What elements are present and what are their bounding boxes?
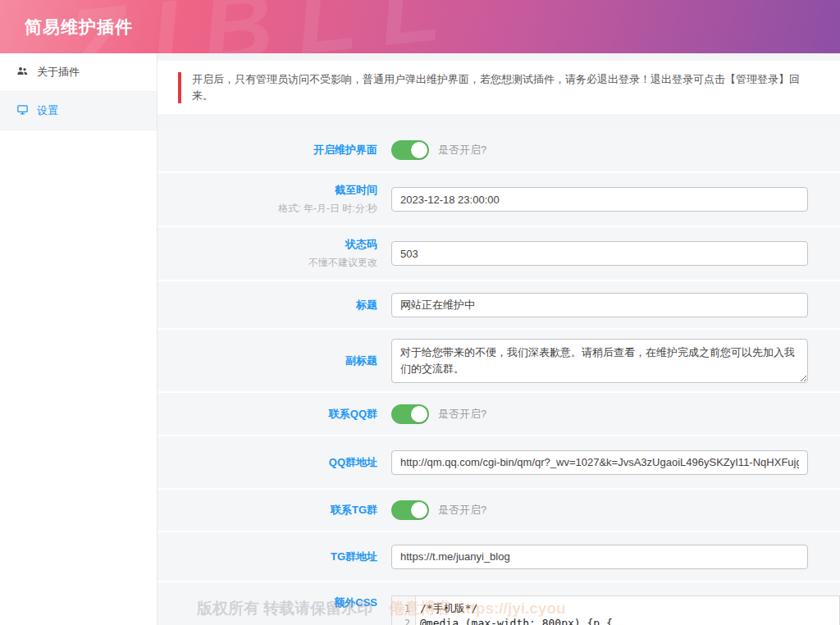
tg-group-toggle[interactable]	[391, 500, 429, 520]
field-label: 状态码	[158, 237, 377, 252]
field-label: 副标题	[158, 354, 377, 368]
field-label: TG群地址	[158, 550, 377, 564]
form-row-title: 标题	[158, 281, 840, 330]
field-sublabel: 不懂不建议更改	[158, 256, 377, 270]
toggle-hint: 是否开启?	[438, 143, 486, 157]
title-input[interactable]	[391, 293, 808, 317]
form-row-enable-maintenance: 开启维护界面 是否开启?	[158, 129, 840, 173]
app-header: ZIBLL 简易维护插件	[0, 0, 840, 53]
form-row-subtitle: 副标题 对于给您带来的不便，我们深表歉意。请稍后查看，在维护完成之前您可以先加入…	[158, 330, 840, 393]
page-title: 简易维护插件	[25, 16, 133, 39]
field-label: QQ群地址	[158, 455, 377, 470]
field-label: 标题	[158, 298, 377, 312]
form-row-tg-toggle: 联系TG群 是否开启?	[158, 490, 840, 532]
field-label: 开启维护界面	[158, 143, 377, 157]
desktop-icon	[16, 103, 29, 118]
code-line: /*手机版*/	[420, 601, 839, 616]
notice-text: 开启后，只有管理员访问不受影响，普通用户弹出维护界面，若您想测试插件，请务必退出…	[192, 71, 819, 103]
notice-accent-bar	[178, 72, 181, 103]
toggle-hint: 是否开启?	[438, 407, 486, 422]
toggle-hint: 是否开启?	[438, 503, 486, 518]
sidebar-item-label: 设置	[37, 103, 58, 118]
sidebar-item-about[interactable]: 关于插件	[0, 53, 157, 92]
field-sublabel: 格式: 年-月-日 时:分:秒	[158, 202, 377, 216]
form-row-qq-toggle: 联系QQ群 是否开启?	[158, 393, 840, 436]
editor-code-area[interactable]: /*手机版*/ @media (max-width: 800px) {p { m…	[416, 596, 839, 625]
users-icon	[16, 65, 29, 80]
subtitle-textarea[interactable]: 对于给您带来的不便，我们深表歉意。请稍后查看，在维护完成之前您可以先加入我们的交…	[391, 339, 808, 383]
form-row-tg-url: TG群地址	[158, 532, 840, 582]
field-label: 额外CSS	[158, 595, 377, 610]
sidebar-item-label: 关于插件	[37, 65, 80, 80]
status-code-input[interactable]	[391, 241, 808, 266]
field-label: 联系TG群	[158, 503, 377, 518]
qq-group-toggle[interactable]	[391, 404, 429, 424]
code-line: @media (max-width: 800px) {p {	[420, 616, 839, 625]
form-row-status-code: 状态码 不懂不建议更改	[158, 227, 840, 281]
tg-url-input[interactable]	[391, 545, 808, 569]
deadline-input[interactable]	[391, 187, 808, 212]
field-label: 联系QQ群	[158, 407, 377, 422]
editor-line-numbers: 1 2 3	[392, 596, 416, 625]
field-label: 截至时间	[158, 183, 377, 198]
sidebar-item-settings[interactable]: 设置	[0, 92, 157, 130]
form-row-qq-url: QQ群地址	[158, 436, 840, 490]
qq-url-input[interactable]	[391, 450, 808, 475]
notice: 开启后，只有管理员访问不受影响，普通用户弹出维护界面，若您想测试插件，请务必退出…	[158, 61, 840, 114]
css-code-editor[interactable]: 1 2 3 /*手机版*/ @media (max-width: 800px) …	[391, 595, 840, 625]
sidebar: 关于插件 设置	[0, 53, 158, 625]
notice-section: 开启后，只有管理员访问不受影响，普通用户弹出维护界面，若您想测试插件，请务必退出…	[158, 53, 840, 129]
maintenance-toggle[interactable]	[391, 140, 429, 160]
settings-panel: 开启后，只有管理员访问不受影响，普通用户弹出维护界面，若您想测试插件，请务必退出…	[158, 53, 840, 625]
form-row-extra-css: 额外CSS 1 2 3 /*手机版*/ @media (max-width: 8…	[158, 582, 840, 625]
form-row-deadline: 截至时间 格式: 年-月-日 时:分:秒	[158, 173, 840, 227]
